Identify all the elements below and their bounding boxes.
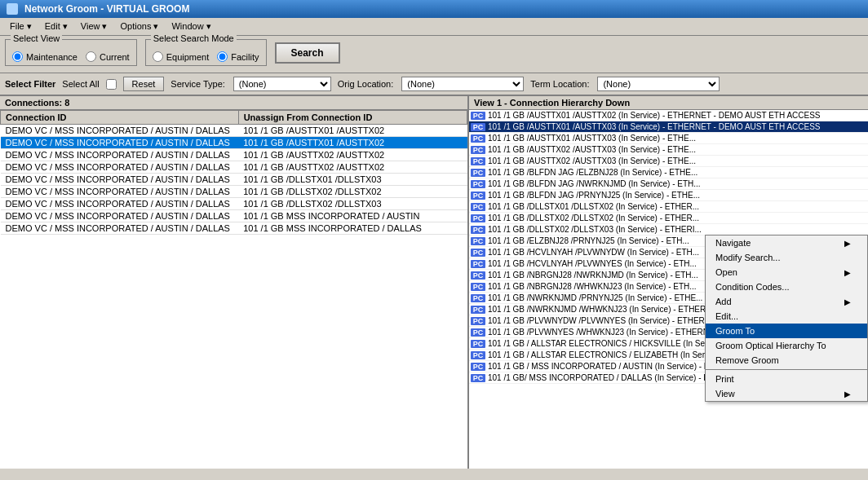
title-bar: Network Groom - VIRTUAL GROOM [0, 0, 868, 18]
orig-location-select[interactable]: (None) [401, 77, 524, 91]
ctx-item-label: Open [715, 267, 737, 277]
radio-facility[interactable] [217, 51, 228, 62]
right-list-item[interactable]: PC101 /1 GB /DLLSTX02 /DLLSTX03 (In Serv… [469, 224, 868, 236]
select-search-mode-group: Select Search Mode Equipment Facility [145, 39, 267, 66]
table-row[interactable]: DEMO VC / MSS INCORPORATED / AUSTIN / DA… [1, 149, 467, 161]
table-row[interactable]: DEMO VC / MSS INCORPORATED / AUSTIN / DA… [1, 186, 467, 198]
ctx-item-label: Add [715, 297, 732, 306]
ctx-item-groom-optical-hierarchy-to[interactable]: Groom Optical Hierarchy To [706, 338, 867, 353]
cell-unassign-id: 101 /1 GB /DLLSTX02 /DLLSTX03 [238, 198, 467, 210]
cell-connection-id: DEMO VC / MSS INCORPORATED / AUSTIN / DA… [1, 161, 239, 174]
table-header-row: Connection ID Unassign From Connection I… [1, 111, 467, 125]
right-list-item[interactable]: PC101 /1 GB /DLLSTX01 /DLLSTX02 (In Serv… [469, 201, 868, 213]
ctx-item-groom-to[interactable]: Groom To [706, 324, 867, 338]
title-text: Network Groom - VIRTUAL GROOM [24, 3, 189, 15]
ctx-item-modify-search[interactable]: Modify Search... [706, 250, 867, 265]
right-row-text: 101 /1 GB /NBRGNJ28 /NWRKNJMD (In Servic… [488, 271, 698, 280]
pc-badge: PC [471, 214, 485, 222]
right-row-text: 101 /1 GB /AUSTTX01 /AUSTTX02 (In Servic… [488, 111, 821, 120]
table-row[interactable]: DEMO VC / MSS INCORPORATED / AUSTIN / DA… [1, 210, 467, 222]
pc-badge: PC [471, 271, 485, 280]
pc-badge: PC [471, 203, 485, 211]
main-area: Connections: 8 Connection ID Unassign Fr… [0, 96, 868, 469]
radio-current-label[interactable]: Current [86, 51, 130, 62]
cell-connection-id: DEMO VC / MSS INCORPORATED / AUSTIN / DA… [1, 198, 239, 210]
ctx-item-add[interactable]: Add▶ [706, 294, 867, 309]
ctx-item-arrow: ▶ [844, 268, 851, 277]
term-location-label: Term Location: [530, 79, 589, 89]
pc-badge: PC [471, 123, 485, 131]
orig-location-label: Orig Location: [338, 79, 393, 89]
select-all-checkbox[interactable] [106, 79, 117, 90]
ctx-item-view[interactable]: View▶ [706, 386, 867, 401]
ctx-item-navigate[interactable]: Navigate▶ [706, 236, 867, 250]
cell-connection-id: DEMO VC / MSS INCORPORATED / AUSTIN / DA… [1, 186, 239, 198]
cell-unassign-id: 101 /1 GB /AUSTTX01 /AUSTTX02 [238, 137, 467, 149]
term-location-select[interactable]: (None) [597, 77, 720, 91]
pc-badge: PC [471, 157, 485, 165]
right-row-text: 101 /1 GB /DLLSTX01 /DLLSTX02 (In Servic… [488, 202, 699, 211]
menu-options[interactable]: Options ▾ [114, 20, 166, 33]
right-list-item[interactable]: PC101 /1 GB /AUSTTX01 /AUSTTX03 (In Serv… [469, 133, 868, 144]
radio-facility-text: Facility [231, 52, 259, 62]
pc-badge: PC [471, 226, 485, 234]
ctx-item-print[interactable]: Print [706, 372, 867, 386]
ctx-item-label: Navigate [715, 238, 751, 248]
right-list-item[interactable]: PC101 /1 GB /BLFDN JAG /PRNYNJ25 (In Ser… [469, 190, 868, 201]
right-list-item[interactable]: PC101 /1 GB /AUSTTX01 /AUSTTX03 (In Serv… [469, 121, 868, 133]
left-table-body: DEMO VC / MSS INCORPORATED / AUSTIN / DA… [1, 125, 467, 235]
right-row-text: 101 /1 GB /AUSTTX01 /AUSTTX03 (In Servic… [488, 134, 696, 143]
radio-maintenance[interactable] [12, 51, 23, 62]
radio-maintenance-label[interactable]: Maintenance [12, 51, 78, 62]
select-all-label: Select All [62, 79, 99, 89]
table-row[interactable]: DEMO VC / MSS INCORPORATED / AUSTIN / DA… [1, 137, 467, 149]
pc-badge: PC [471, 317, 485, 325]
radio-facility-label[interactable]: Facility [217, 51, 259, 62]
cell-unassign-id: 101 /1 GB /AUSTTX02 /AUSTTX02 [238, 149, 467, 161]
pc-badge: PC [471, 363, 485, 371]
pc-badge: PC [471, 249, 485, 257]
menu-window[interactable]: Window ▾ [165, 20, 217, 33]
menu-edit[interactable]: Edit ▾ [38, 20, 74, 33]
radio-current[interactable] [86, 51, 96, 62]
table-row[interactable]: DEMO VC / MSS INCORPORATED / AUSTIN / DA… [1, 174, 467, 186]
right-row-text: 101 /1 GB /AUSTTX02 /AUSTTX03 (In Servic… [488, 145, 696, 154]
ctx-item-label: Groom To [715, 326, 755, 336]
right-list-item[interactable]: PC101 /1 GB /BLFDN JAG /NWRKNJMD (In Ser… [469, 178, 868, 190]
radio-equipment-label[interactable]: Equipment [153, 51, 210, 62]
pc-badge: PC [471, 169, 485, 177]
cell-unassign-id: 101 /1 GB MSS INCORPORATED / AUSTIN [238, 210, 467, 222]
pc-badge: PC [471, 237, 485, 245]
service-type-select[interactable]: (None) [233, 77, 331, 91]
right-list-item[interactable]: PC101 /1 GB /AUSTTX02 /AUSTTX03 (In Serv… [469, 156, 868, 167]
right-list-item[interactable]: PC101 /1 GB /AUSTTX02 /AUSTTX03 (In Serv… [469, 144, 868, 156]
pc-badge: PC [471, 328, 485, 337]
ctx-item-condition-codes[interactable]: Condition Codes... [706, 280, 867, 294]
table-row[interactable]: DEMO VC / MSS INCORPORATED / AUSTIN / DA… [1, 125, 467, 137]
menu-view[interactable]: View ▾ [74, 20, 114, 33]
left-pane: Connections: 8 Connection ID Unassign Fr… [0, 96, 469, 469]
right-row-text: 101 /1 GB /BLFDN JAG /NWRKNJMD (In Servi… [488, 179, 701, 188]
reset-button[interactable]: Reset [123, 77, 165, 91]
right-list-item[interactable]: PC101 /1 GB /DLLSTX02 /DLLSTX02 (In Serv… [469, 213, 868, 224]
cell-unassign-id: 101 /1 GB /AUSTTX01 /AUSTTX02 [238, 125, 467, 137]
menu-file[interactable]: File ▾ [3, 20, 38, 33]
pc-badge: PC [471, 306, 485, 314]
ctx-item-remove-groom[interactable]: Remove Groom [706, 353, 867, 368]
ctx-item-edit[interactable]: Edit... [706, 309, 867, 324]
ctx-item-label: Remove Groom [715, 355, 779, 365]
radio-equipment[interactable] [153, 51, 163, 62]
table-row[interactable]: DEMO VC / MSS INCORPORATED / AUSTIN / DA… [1, 161, 467, 174]
ctx-item-open[interactable]: Open▶ [706, 265, 867, 280]
table-row[interactable]: DEMO VC / MSS INCORPORATED / AUSTIN / DA… [1, 198, 467, 210]
right-list-item[interactable]: PC101 /1 GB /AUSTTX01 /AUSTTX02 (In Serv… [469, 110, 868, 121]
ctx-item-label: Groom Optical Hierarchy To [715, 341, 826, 350]
right-list-item[interactable]: PC101 /1 GB /BLFDN JAG /ELZBNJ28 (In Ser… [469, 167, 868, 178]
pc-badge: PC [471, 340, 485, 348]
cell-unassign-id: 101 /1 GB MSS INCORPORATED / DALLAS [238, 222, 467, 235]
pc-badge: PC [471, 112, 485, 120]
filter-row: Select Filter Select All Reset Service T… [0, 73, 868, 96]
search-button[interactable]: Search [275, 42, 340, 64]
cell-connection-id: DEMO VC / MSS INCORPORATED / AUSTIN / DA… [1, 137, 239, 149]
table-row[interactable]: DEMO VC / MSS INCORPORATED / AUSTIN / DA… [1, 222, 467, 235]
